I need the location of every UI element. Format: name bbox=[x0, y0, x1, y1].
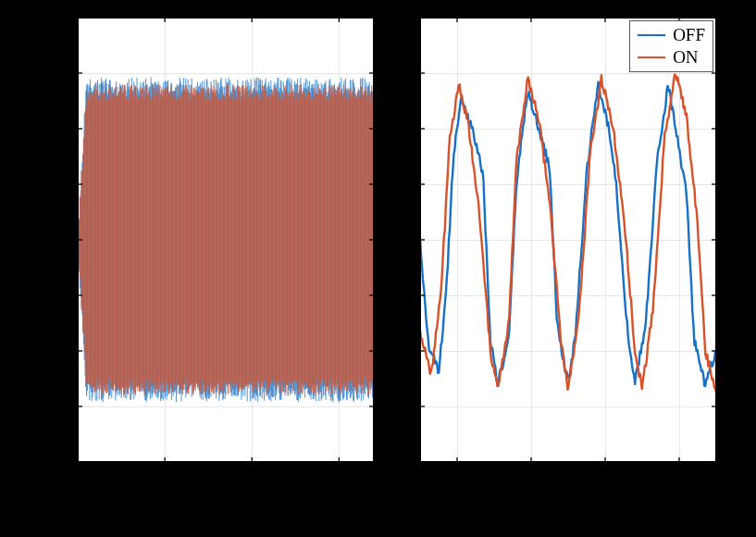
x-tick-label: 5 bbox=[161, 462, 169, 487]
y-tick-label: 0.1 bbox=[52, 175, 79, 194]
y-tick-label: 0 bbox=[64, 231, 78, 250]
x-tick-label: 0.02 bbox=[516, 462, 546, 487]
left-x-axis-title: Time [s] bbox=[192, 493, 260, 517]
y-axis-title: Displacement [mm] bbox=[12, 158, 36, 320]
x-tick-label: 0.03 bbox=[590, 462, 620, 487]
x-tick-label: 10 bbox=[243, 462, 260, 487]
legend-label-on: ON bbox=[673, 47, 698, 68]
y-tick-label: -0.3 bbox=[46, 397, 79, 417]
x-tick-label: 0.01 bbox=[442, 462, 472, 487]
y-tick-label: 0.4 bbox=[52, 8, 79, 28]
y-tick-label: 0.2 bbox=[52, 119, 79, 139]
y-tick-label: 0.3 bbox=[52, 64, 79, 83]
y-tick-label: -0.1 bbox=[46, 286, 79, 306]
right-plot-svg bbox=[420, 18, 716, 462]
right-x-axis-title: Time [s] bbox=[534, 493, 602, 517]
x-tick-label: 0.04 bbox=[664, 462, 694, 487]
left-plot: -0.4-0.3-0.2-0.100.10.20.30.4 51015 bbox=[78, 18, 374, 462]
y-tick-label: -0.2 bbox=[46, 342, 79, 361]
y-tick-label: -0.4 bbox=[46, 453, 79, 472]
x-tick-label: 15 bbox=[330, 462, 347, 487]
left-plot-svg bbox=[78, 18, 374, 462]
legend-swatch-off bbox=[638, 34, 665, 37]
right-plot: 0.010.020.030.04 OFF ON bbox=[420, 18, 716, 462]
legend-swatch-on bbox=[638, 56, 665, 59]
legend-item-off: OFF bbox=[638, 24, 705, 46]
legend-item-on: ON bbox=[638, 46, 705, 69]
legend: OFF ON bbox=[629, 20, 713, 72]
figure-canvas: -0.4-0.3-0.2-0.100.10.20.30.4 51015 Disp… bbox=[0, 0, 756, 537]
legend-label-off: OFF bbox=[673, 25, 705, 45]
